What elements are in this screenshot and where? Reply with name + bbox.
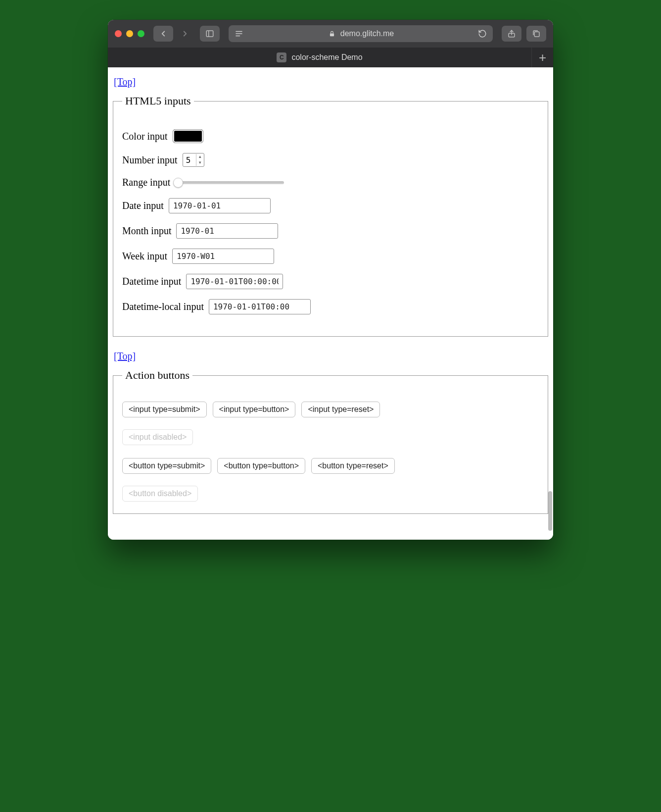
svg-rect-7 bbox=[534, 32, 539, 37]
button-disabled-button: <button disabled> bbox=[122, 486, 198, 502]
tab-active[interactable]: C color-scheme Demo bbox=[108, 48, 531, 67]
month-input[interactable] bbox=[176, 223, 278, 239]
window-controls bbox=[115, 30, 144, 37]
legend-html5-inputs: HTML5 inputs bbox=[122, 95, 194, 107]
button-row: <button type=submit> <button type=button… bbox=[122, 458, 539, 502]
lock-icon bbox=[329, 30, 335, 37]
url-text: demo.glitch.me bbox=[340, 29, 394, 38]
chevron-right-icon bbox=[181, 29, 189, 38]
nav-buttons bbox=[153, 26, 195, 42]
number-input-wrapper: ▲ ▼ bbox=[183, 153, 204, 167]
fieldset-action-buttons: Action buttons <input type=submit> <inpu… bbox=[113, 369, 548, 514]
titlebar: demo.glitch.me bbox=[108, 20, 553, 48]
sidebar-icon bbox=[205, 29, 214, 38]
month-input-label: Month input bbox=[122, 225, 171, 237]
number-step-down-icon[interactable]: ▼ bbox=[196, 160, 204, 166]
new-tab-button[interactable]: + bbox=[531, 48, 553, 67]
input-button-button[interactable]: <input type=button> bbox=[213, 402, 296, 417]
fieldset-html5-inputs: HTML5 inputs Color input Number input ▲ … bbox=[113, 95, 548, 337]
button-button-button[interactable]: <button type=button> bbox=[217, 458, 305, 474]
datetime-local-input[interactable] bbox=[209, 299, 311, 314]
svg-rect-0 bbox=[206, 31, 213, 37]
svg-rect-5 bbox=[330, 33, 334, 36]
address-bar[interactable]: demo.glitch.me bbox=[229, 25, 493, 42]
share-button[interactable] bbox=[502, 26, 521, 42]
browser-window: demo.glitch.me C color-scheme Demo + [To… bbox=[108, 20, 553, 540]
number-input-label: Number input bbox=[122, 154, 178, 166]
range-thumb[interactable] bbox=[173, 178, 183, 188]
datetime-input-label: Datetime input bbox=[122, 276, 181, 287]
tab-title: color-scheme Demo bbox=[291, 53, 362, 62]
tab-strip: C color-scheme Demo + bbox=[108, 48, 553, 67]
range-input-label: Range input bbox=[122, 177, 170, 188]
forward-button[interactable] bbox=[175, 26, 195, 42]
close-window-button[interactable] bbox=[115, 30, 122, 37]
tabs-overview-button[interactable] bbox=[526, 26, 546, 42]
range-track bbox=[175, 181, 284, 184]
button-submit-button[interactable]: <button type=submit> bbox=[122, 458, 211, 474]
date-input[interactable] bbox=[169, 198, 271, 213]
input-disabled-button: <input disabled> bbox=[122, 429, 193, 445]
sidebar-button[interactable] bbox=[200, 26, 220, 42]
chevron-left-icon bbox=[159, 29, 168, 38]
range-input[interactable] bbox=[175, 178, 284, 188]
top-link-2[interactable]: [Top] bbox=[114, 351, 136, 362]
button-reset-button[interactable]: <button type=reset> bbox=[311, 458, 395, 474]
input-reset-button[interactable]: <input type=reset> bbox=[301, 402, 380, 417]
share-icon bbox=[507, 29, 516, 38]
input-submit-button[interactable]: <input type=submit> bbox=[122, 402, 207, 417]
back-button[interactable] bbox=[153, 26, 173, 42]
input-button-row: <input type=submit> <input type=button> … bbox=[122, 402, 539, 445]
date-input-label: Date input bbox=[122, 200, 164, 211]
week-input-label: Week input bbox=[122, 251, 167, 262]
reload-button[interactable] bbox=[478, 29, 487, 38]
legend-action-buttons: Action buttons bbox=[122, 369, 192, 382]
week-input[interactable] bbox=[172, 249, 274, 264]
reader-mode-icon[interactable] bbox=[235, 29, 243, 38]
top-link[interactable]: [Top] bbox=[114, 76, 136, 88]
minimize-window-button[interactable] bbox=[126, 30, 133, 37]
datetime-input[interactable] bbox=[186, 274, 283, 289]
tabs-icon bbox=[532, 29, 541, 38]
number-stepper: ▲ ▼ bbox=[196, 154, 204, 166]
favicon-icon: C bbox=[277, 52, 286, 62]
number-step-up-icon[interactable]: ▲ bbox=[196, 154, 204, 160]
zoom-window-button[interactable] bbox=[138, 30, 144, 37]
scrollbar-thumb[interactable] bbox=[548, 491, 552, 531]
color-input[interactable] bbox=[173, 129, 203, 143]
color-input-label: Color input bbox=[122, 131, 168, 142]
datetime-local-input-label: Datetime-local input bbox=[122, 301, 204, 312]
number-input[interactable] bbox=[183, 155, 196, 165]
page-content: [Top] HTML5 inputs Color input Number in… bbox=[108, 67, 553, 540]
